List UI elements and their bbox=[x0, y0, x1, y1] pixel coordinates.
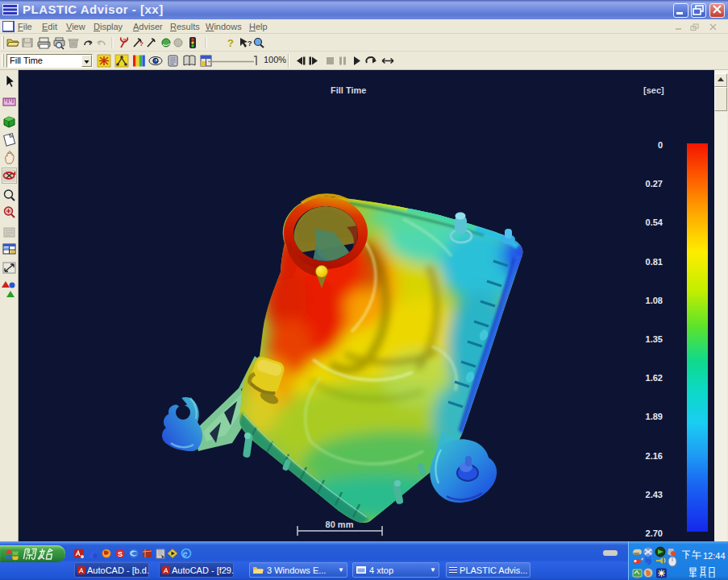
svg-text:2.16: 2.16 bbox=[646, 451, 663, 461]
svg-text:2.70: 2.70 bbox=[646, 528, 663, 538]
svg-text:1.08: 1.08 bbox=[646, 296, 663, 305]
svg-text:80 mm: 80 mm bbox=[326, 520, 354, 529]
svg-text:2.43: 2.43 bbox=[646, 490, 663, 499]
svg-text:0.54: 0.54 bbox=[646, 218, 664, 227]
svg-text:0.81: 0.81 bbox=[646, 257, 663, 267]
svg-text:12:44: 12:44 bbox=[703, 551, 726, 561]
svg-text:?: ? bbox=[123, 37, 127, 44]
svg-text:1.62: 1.62 bbox=[646, 373, 663, 383]
svg-text:1.89: 1.89 bbox=[646, 412, 663, 421]
svg-text:S: S bbox=[118, 550, 123, 558]
svg-text:?: ? bbox=[227, 37, 234, 49]
svg-text:0: 0 bbox=[658, 140, 663, 150]
svg-text:?: ? bbox=[248, 39, 252, 48]
svg-text:e: e bbox=[183, 549, 188, 558]
svg-text:1.35: 1.35 bbox=[646, 334, 663, 344]
svg-text:?: ? bbox=[139, 40, 144, 48]
svg-text:0.27: 0.27 bbox=[646, 179, 663, 188]
